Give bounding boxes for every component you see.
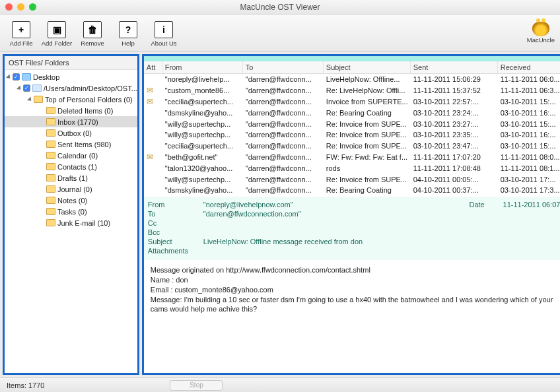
column-att[interactable]: Att (144, 61, 162, 73)
mail-icon (46, 208, 55, 215)
folder-tree-row[interactable]: Contacts (1) (5, 161, 137, 172)
folder-tree-row[interactable]: Tasks (0) (5, 206, 137, 217)
row-sent: 04-10-2011 00:05:... (411, 176, 498, 183)
row-subject: Re: Invoice from SUPE... (324, 142, 411, 150)
disclosure-icon (40, 154, 44, 158)
folder-tree-row[interactable]: Inbox (1770) (5, 116, 137, 127)
mail-row[interactable]: ✉"beth@gofit.net""darren@ffwdconn...FW: … (144, 152, 560, 163)
column-from[interactable]: From (162, 61, 243, 73)
preview-to-label: To (148, 210, 203, 218)
disclosure-icon (40, 165, 44, 169)
column-received[interactable]: Received (498, 61, 560, 73)
remove-button-icon: 🗑 (83, 21, 102, 38)
folder-tree-row[interactable]: Notes (0) (5, 195, 137, 206)
column-subject[interactable]: Subject (324, 61, 411, 73)
attachment-icon: ✉ (147, 152, 153, 162)
desktop-icon (22, 73, 31, 81)
mail-row[interactable]: "noreply@livehelp..."darren@ffwdconn...L… (144, 74, 560, 85)
disclosure-icon[interactable] (27, 96, 33, 102)
mail-icon (46, 107, 55, 114)
mail-icon (46, 152, 55, 159)
column-to[interactable]: To (243, 61, 324, 73)
mail-row[interactable]: "willy@supertechp..."darren@ffwdconn...R… (144, 129, 560, 141)
mail-icon (46, 163, 55, 170)
add-folder-button[interactable]: ▣Add Folder (41, 19, 73, 47)
folder-label: Junk E-mail (10) (57, 219, 110, 227)
window-controls (0, 3, 36, 11)
mail-list[interactable]: "noreply@livehelp..."darren@ffwdconn...L… (144, 74, 560, 197)
mail-icon (46, 174, 55, 181)
row-received: 03-10-2011 17:3... (498, 186, 560, 194)
disclosure-icon (40, 187, 44, 191)
folder-tree-row[interactable]: Calendar (0) (5, 150, 137, 161)
mail-preview: From"noreply@livehelpnow.com" Date 11-11… (144, 197, 560, 373)
folder-tree-row[interactable]: /Users/admin/Desktop/OST... (5, 82, 137, 94)
status-items: Items: 1770 (7, 381, 44, 389)
row-received: 03-10-2011 17:... (498, 176, 560, 183)
folder-tree-row[interactable]: Outbox (0) (5, 127, 137, 139)
main: OST Files/ Folders Desktop/Users/admin/D… (0, 51, 560, 377)
row-to: "darren@ffwdconn... (243, 98, 324, 106)
mail-row[interactable]: ✉"cecilia@supertech..."darren@ffwdconn..… (144, 96, 560, 108)
folder-panel-header: OST Files/ Folders (5, 56, 137, 70)
disclosure-icon[interactable] (17, 85, 22, 91)
attachment-icon: ✉ (147, 86, 153, 95)
mail-row[interactable]: "dsmskyline@yaho..."darren@ffwdconn...Re… (144, 185, 560, 196)
mail-row[interactable]: ✉"custom_monte86..."darren@ffwdconn...Re… (144, 85, 560, 96)
folder-label: Contacts (1) (57, 163, 97, 171)
row-received: 03-10-2011 15:... (498, 120, 560, 128)
mail-icon (46, 219, 55, 226)
row-to: "darren@ffwdconn... (243, 164, 324, 172)
mail-row[interactable]: "cecilia@supertech..."darren@ffwdconn...… (144, 141, 560, 152)
folder-tree-row[interactable]: Desktop (5, 71, 137, 82)
preview-attach-label: Attachments (148, 247, 203, 255)
remove-button[interactable]: 🗑Remove (77, 19, 108, 47)
toolbar-label: About Us (151, 40, 176, 47)
add-file-button-icon: + (12, 21, 30, 38)
zoom-icon[interactable] (29, 3, 36, 11)
disclosure-icon (40, 221, 44, 225)
row-subject: Re: Bearing Coating (324, 109, 411, 117)
row-to: "darren@ffwdconn... (243, 142, 324, 150)
mail-row[interactable]: "willy@supertechp..."darren@ffwdconn...R… (144, 118, 560, 129)
minimize-icon[interactable] (17, 3, 24, 11)
row-sent: 04-10-2011 00:37:... (411, 186, 498, 194)
preview-date: 11-11-2011 06:07:07 (503, 201, 560, 209)
folder-tree-row[interactable]: Deleted Items (0) (5, 105, 137, 116)
toolbar-label: Remove (81, 40, 104, 47)
mail-row[interactable]: "dsmskyline@yaho..."darren@ffwdconn...Re… (144, 107, 560, 118)
row-received: 11-11-2011 08:0... (498, 153, 560, 161)
folder-tree-row[interactable]: Top of Personal Folders (0) (5, 94, 137, 105)
row-from: "noreply@livehelp... (162, 75, 243, 83)
row-sent: 03-10-2011 23:27:... (411, 120, 498, 128)
folder-tree-row[interactable]: Junk E-mail (10) (5, 217, 137, 228)
mail-row[interactable]: "willy@supertechp..."darren@ffwdconn...R… (144, 174, 560, 185)
stop-button[interactable]: Stop (170, 380, 223, 391)
folder-tree[interactable]: Desktop/Users/admin/Desktop/OST...Top of… (5, 70, 137, 373)
folder-tree-row[interactable]: Drafts (1) (5, 172, 137, 183)
mail-icon (46, 118, 55, 125)
checkbox-icon[interactable] (13, 73, 20, 81)
mail-row[interactable]: "talon1320@yahoo..."darren@ffwdconn...ro… (144, 162, 560, 174)
add-file-button[interactable]: +Add File (5, 19, 37, 47)
toolbar-label: Add Folder (42, 40, 72, 47)
help-button-icon: ? (119, 21, 137, 38)
folder-label: Sent Items (980) (57, 141, 111, 148)
folder-label: Top of Personal Folders (0) (45, 96, 133, 104)
close-icon[interactable] (5, 3, 13, 11)
brand-label: MacUncle (527, 36, 555, 44)
help-button[interactable]: ?Help (112, 19, 144, 47)
row-received: 11-11-2011 08:1... (498, 164, 560, 172)
disclosure-icon[interactable] (6, 74, 12, 80)
disclosure-icon (40, 210, 44, 214)
folder-tree-row[interactable]: Sent Items (980) (5, 139, 137, 150)
mail-list-header[interactable]: Att From To Subject Sent Received (144, 61, 560, 74)
about-button[interactable]: iAbout Us (148, 19, 180, 47)
row-sent: 11-11-2011 17:08:48 (411, 164, 498, 172)
row-received: 03-10-2011 16:... (498, 131, 560, 139)
checkbox-icon[interactable] (23, 84, 30, 92)
column-sent[interactable]: Sent (411, 61, 498, 73)
mail-icon (46, 185, 55, 193)
row-att: ✉ (144, 86, 162, 95)
folder-tree-row[interactable]: Journal (0) (5, 183, 137, 195)
